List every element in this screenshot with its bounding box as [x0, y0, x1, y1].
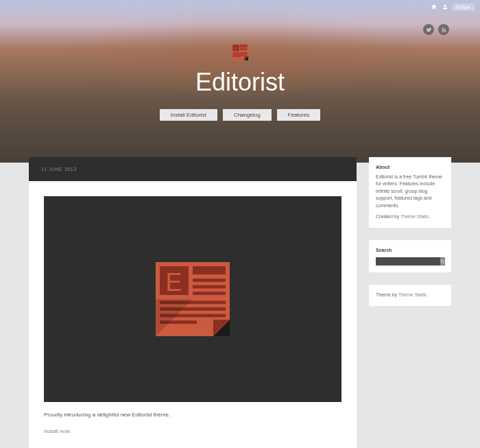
nav-changelog-button[interactable]: Changelog — [223, 109, 272, 121]
credit-widget: Theme by Theme Static — [369, 285, 451, 306]
about-body: Editorist is a free Tumblr theme for wri… — [376, 174, 444, 210]
hero-banner: E Editorist Install Editorist Changelog … — [0, 0, 480, 163]
svg-rect-13 — [193, 266, 226, 274]
svg-rect-14 — [193, 279, 226, 282]
post-date: 11 JUNE 2013 — [29, 157, 357, 181]
document-icon: E — [152, 258, 234, 340]
search-title: Search — [376, 247, 444, 255]
search-icon — [440, 259, 445, 264]
site-logo-icon: E — [230, 42, 250, 62]
about-widget: About Editorist is a free Tumblr theme f… — [369, 157, 451, 228]
home-icon[interactable] — [431, 1, 437, 13]
follow-button[interactable]: Follow — [453, 3, 475, 11]
svg-rect-7 — [233, 54, 248, 54]
post-intro-text: Proudly introducing a delightful new Edi… — [44, 412, 341, 418]
svg-rect-16 — [193, 292, 226, 295]
svg-rect-4 — [240, 47, 248, 48]
nav-features-button[interactable]: Features — [277, 109, 321, 121]
svg-rect-6 — [233, 53, 248, 54]
main-post: 11 JUNE 2013 E — [29, 157, 357, 448]
svg-rect-15 — [193, 285, 226, 289]
about-title: About — [376, 164, 444, 172]
rss-icon[interactable] — [438, 24, 449, 35]
credit-prefix: Theme by — [376, 292, 398, 297]
svg-rect-5 — [240, 49, 248, 50]
svg-rect-9 — [233, 56, 241, 57]
user-icon[interactable] — [442, 1, 448, 13]
created-by-label: Created by — [376, 214, 400, 219]
svg-text:E: E — [234, 45, 237, 51]
search-widget: Search — [369, 240, 451, 273]
svg-text:E: E — [165, 268, 182, 296]
created-by-link[interactable]: Theme Static — [400, 214, 429, 219]
twitter-icon[interactable] — [423, 24, 434, 35]
search-input[interactable] — [376, 257, 440, 266]
install-now-link[interactable]: Install now. — [44, 428, 71, 434]
svg-rect-3 — [240, 45, 248, 47]
post-feature-image[interactable]: E — [44, 196, 341, 402]
credit-link[interactable]: Theme Static — [398, 292, 427, 297]
nav-install-button[interactable]: Install Editorist — [160, 109, 217, 121]
search-button[interactable] — [440, 257, 445, 266]
svg-rect-8 — [233, 55, 248, 56]
site-title: Editorist — [195, 68, 285, 97]
